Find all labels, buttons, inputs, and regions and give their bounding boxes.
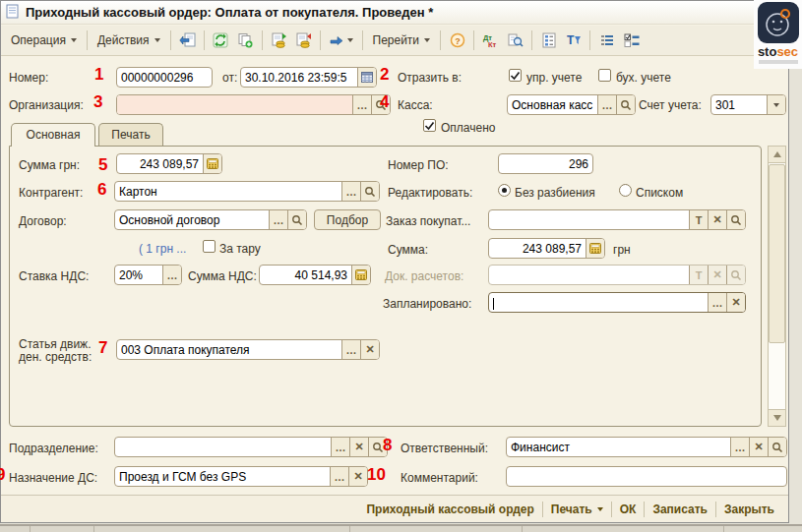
save-button[interactable]: Записать (645, 499, 715, 520)
multi-select-button[interactable] (619, 29, 644, 53)
dt-kt-button[interactable]: ДтКт (478, 29, 503, 53)
list-settings-button[interactable] (594, 29, 619, 53)
annotation-4: 4 (380, 92, 389, 112)
toolbar-separator (262, 30, 263, 50)
title-bar: Приходный кассовый ордер: Оплата от поку… (1, 1, 788, 25)
select-caret-button[interactable] (767, 95, 785, 114)
ellipsis-button[interactable]: … (730, 438, 749, 456)
clear-button[interactable]: ✕ (349, 438, 368, 456)
toolbar-separator (362, 30, 363, 50)
cashbox-label: Касса: (398, 98, 433, 112)
search-button[interactable] (616, 95, 635, 114)
responsible-label: Ответственный: (401, 442, 488, 455)
post-document-button[interactable] (267, 29, 291, 53)
operation-menu[interactable]: Операция (5, 30, 83, 51)
search-button[interactable] (768, 438, 786, 456)
main-panel (9, 146, 762, 427)
comment-label: Комментарий: (401, 471, 478, 485)
calendar-button[interactable] (357, 68, 376, 87)
annotation-8: 8 (383, 436, 392, 455)
clear-button[interactable]: ✕ (749, 438, 768, 456)
annotation-5: 5 (98, 155, 107, 175)
toolbar-separator (170, 30, 171, 50)
reflect-label: Отразить в: (398, 71, 462, 85)
filter-button[interactable]: T (561, 29, 586, 53)
organization-label: Организация: (9, 98, 84, 112)
purpose-field[interactable]: Проезд и ГСМ без GPS … ✕ (114, 466, 368, 487)
number-field[interactable]: 00000000296 (116, 67, 213, 88)
goto-menu[interactable]: Перейти (367, 30, 437, 51)
cashbox-field[interactable]: Основная касс … (507, 94, 636, 115)
annotation-10: 10 (367, 465, 386, 485)
toolbar-separator (589, 30, 590, 50)
vertical-scrollbar[interactable] (768, 146, 786, 427)
triangle-up-icon (773, 151, 781, 157)
department-label: Подразделение: (9, 442, 98, 455)
purpose-label: Назначение ДС: (9, 471, 97, 485)
buh-accounting-checkbox[interactable] (598, 69, 611, 82)
help-icon: ? (450, 32, 465, 48)
tab-main[interactable]: Основная (11, 123, 95, 147)
check-icon (510, 71, 521, 81)
save-and-close-button[interactable] (175, 29, 200, 53)
responsible-field[interactable]: Финансист … ✕ (506, 437, 787, 457)
toolbar-separator (87, 30, 88, 50)
ellipsis-button[interactable]: … (331, 438, 349, 456)
clear-button[interactable]: ✕ (348, 467, 367, 486)
ellipsis-button[interactable]: … (597, 95, 616, 114)
annotation-9: 9 (0, 465, 5, 485)
scroll-down-button[interactable] (769, 409, 785, 426)
document-structure-icon (541, 32, 557, 48)
close-button[interactable]: Закрыть (716, 499, 782, 520)
ellipsis-button[interactable]: … (352, 95, 371, 114)
chevron-down-icon (773, 103, 779, 107)
magnifier-icon (620, 99, 632, 111)
actions-menu[interactable]: Действия (92, 30, 166, 51)
find-in-list-icon (508, 32, 524, 48)
structure-button[interactable] (536, 29, 561, 53)
create-based-on-button[interactable] (325, 29, 358, 53)
calendar-icon (361, 72, 373, 83)
copy-button[interactable] (233, 29, 258, 53)
multi-select-icon (624, 32, 640, 48)
comment-field[interactable] (506, 466, 787, 487)
paid-checkbox[interactable] (423, 119, 436, 132)
svg-text:T: T (567, 33, 575, 47)
chevron-down-icon (424, 38, 430, 42)
copy-add-icon (237, 32, 253, 48)
tab-print[interactable]: Печать (98, 123, 163, 146)
svg-text:?: ? (455, 36, 461, 46)
scroll-thumb[interactable] (769, 164, 785, 343)
refresh-button[interactable] (209, 29, 233, 53)
annotation-3: 3 (93, 92, 102, 112)
toolbar-separator (320, 30, 321, 50)
scroll-up-button[interactable] (769, 147, 785, 163)
ok-button[interactable]: ОК (612, 499, 645, 520)
background-window-strip (0, 524, 802, 532)
toolbar-separator (204, 30, 205, 50)
stosec-logo: stosec (754, 0, 802, 69)
help-button[interactable]: ? (445, 29, 469, 53)
pko-print-form-button[interactable]: Приходный кассовый ордер (358, 499, 541, 520)
save-and-close-icon (179, 32, 196, 48)
stosec-brand-text: stosec (754, 44, 802, 59)
svg-text:Кт: Кт (488, 40, 497, 48)
paid-label: Оплачено (441, 121, 495, 135)
department-field[interactable]: … ✕ (114, 437, 388, 457)
unpost-document-button[interactable] (291, 29, 316, 53)
print-button[interactable]: Печать (543, 499, 611, 520)
window-title: Приходный кассовый ордер: Оплата от поку… (26, 5, 433, 20)
footer-bar: Приходный кассовый ордер Печать ОК Запис… (1, 495, 788, 522)
ellipsis-button[interactable]: … (330, 467, 348, 486)
list-settings-icon (599, 32, 615, 48)
date-label: от: (222, 71, 237, 85)
app-window: Приходный кассовый ордер: Оплата от поку… (0, 0, 789, 523)
annotation-7: 7 (98, 338, 107, 358)
stosec-brand-subtext (759, 60, 798, 64)
account-select[interactable]: 301 (710, 94, 786, 115)
magnifier-icon (771, 442, 783, 453)
mgmt-accounting-checkbox[interactable] (509, 69, 522, 82)
find-button[interactable] (503, 29, 527, 53)
organization-field[interactable]: … (116, 94, 391, 115)
date-field[interactable]: 30.10.2016 23:59:5 (240, 67, 377, 88)
